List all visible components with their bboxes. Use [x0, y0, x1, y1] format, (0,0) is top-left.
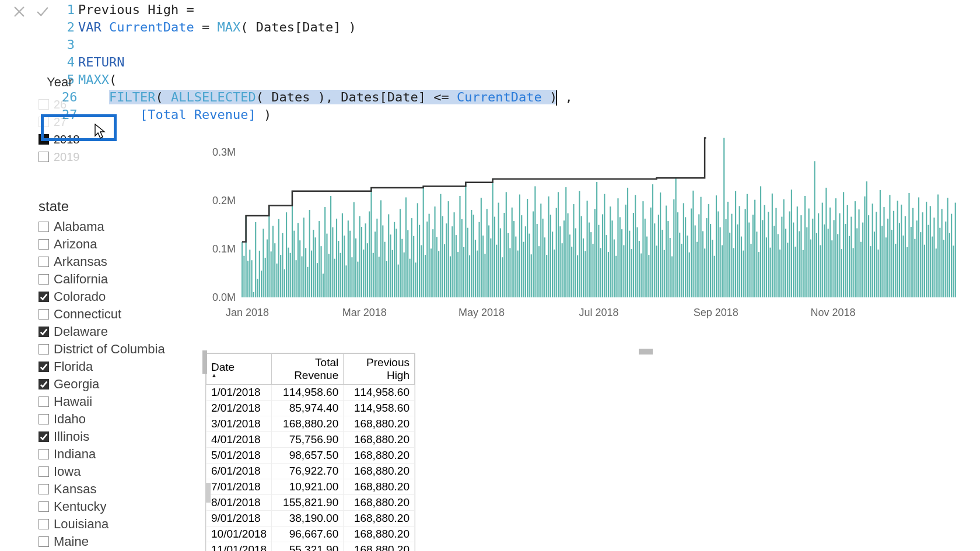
bar[interactable] [390, 234, 391, 297]
checkbox-icon[interactable] [38, 99, 49, 110]
bar[interactable] [636, 227, 638, 297]
bar[interactable] [629, 231, 630, 297]
bar[interactable] [344, 236, 345, 297]
state-option[interactable]: Arizona [38, 236, 178, 253]
bar[interactable] [521, 215, 522, 297]
bar[interactable] [262, 229, 264, 297]
bar[interactable] [255, 222, 256, 297]
bar[interactable] [706, 218, 707, 297]
bar[interactable] [303, 217, 304, 297]
bar[interactable] [379, 257, 380, 297]
bar[interactable] [930, 206, 931, 297]
bar[interactable] [450, 257, 451, 297]
bar[interactable] [825, 188, 827, 297]
bar[interactable] [912, 208, 914, 297]
bar[interactable] [247, 261, 249, 297]
bar[interactable] [471, 210, 472, 297]
bar[interactable] [552, 231, 553, 297]
bar[interactable] [623, 245, 624, 297]
bar[interactable] [423, 186, 424, 297]
bar[interactable] [589, 223, 590, 297]
state-option[interactable]: Arkansas [38, 253, 178, 271]
bar[interactable] [284, 269, 285, 297]
bar[interactable] [652, 184, 653, 297]
bar[interactable] [542, 219, 544, 297]
bar[interactable] [720, 227, 721, 297]
bar[interactable] [670, 238, 671, 297]
bar[interactable] [843, 192, 844, 297]
bar[interactable] [253, 292, 254, 297]
bar[interactable] [800, 215, 802, 297]
bar[interactable] [554, 250, 555, 297]
bar[interactable] [785, 229, 786, 297]
bar[interactable] [600, 248, 601, 297]
bar[interactable] [573, 204, 574, 297]
bar[interactable] [729, 233, 730, 297]
bar[interactable] [775, 208, 776, 297]
bar[interactable] [365, 223, 366, 297]
bar[interactable] [515, 237, 516, 297]
bar[interactable] [409, 259, 410, 297]
bar[interactable] [550, 215, 551, 297]
bar[interactable] [271, 251, 272, 297]
bar[interactable] [349, 231, 351, 297]
bar[interactable] [664, 250, 665, 297]
table-row[interactable]: 5/01/201898,657.50168,880.20 [206, 448, 415, 464]
bar[interactable] [407, 230, 408, 297]
bar[interactable] [488, 226, 489, 297]
bar[interactable] [434, 206, 435, 297]
bar[interactable] [714, 256, 715, 297]
bar[interactable] [951, 214, 952, 297]
bar[interactable] [868, 215, 869, 297]
bar[interactable] [290, 253, 291, 297]
bar[interactable] [855, 201, 856, 297]
bar[interactable] [744, 209, 746, 297]
bar[interactable] [725, 219, 726, 297]
bar[interactable] [490, 238, 491, 297]
bar[interactable] [933, 217, 935, 297]
bar[interactable] [847, 205, 848, 297]
bar[interactable] [760, 186, 761, 297]
bar[interactable] [895, 244, 896, 297]
bar[interactable] [309, 210, 310, 297]
bar[interactable] [631, 249, 632, 297]
checkbox-icon[interactable] [38, 274, 49, 285]
bar[interactable] [288, 248, 289, 297]
bar[interactable] [866, 181, 867, 297]
bar[interactable] [818, 213, 819, 297]
dax-editor[interactable]: Previous High = VAR CurrentDate = MAX( D… [78, 0, 980, 125]
bar[interactable] [922, 212, 923, 297]
bar[interactable] [324, 207, 326, 297]
bar[interactable] [508, 233, 509, 297]
bar[interactable] [330, 196, 331, 297]
commit-icon[interactable] [34, 3, 51, 20]
data-table[interactable]: Date▲Total RevenuePrevious High 1/01/201… [205, 353, 415, 551]
bar[interactable] [679, 233, 680, 297]
bar[interactable] [779, 250, 780, 297]
bar[interactable] [883, 207, 884, 297]
bar[interactable] [633, 213, 634, 297]
bar[interactable] [789, 212, 790, 297]
bar[interactable] [473, 215, 474, 297]
bar[interactable] [658, 215, 659, 297]
checkbox-icon[interactable] [38, 484, 49, 494]
bar[interactable] [594, 209, 596, 297]
bar[interactable] [673, 199, 674, 297]
checkbox-icon[interactable] [38, 396, 49, 407]
bar[interactable] [614, 240, 615, 297]
year-option[interactable]: 2019 [38, 148, 80, 166]
bar[interactable] [887, 219, 888, 297]
table-row[interactable]: 4/01/201875,756.90168,880.20 [206, 432, 415, 448]
bar[interactable] [342, 213, 343, 297]
state-option[interactable]: Hawaii [38, 393, 178, 410]
bar[interactable] [357, 262, 358, 297]
bar[interactable] [886, 237, 887, 297]
bar[interactable] [380, 200, 382, 297]
column-header[interactable]: Date▲ [206, 354, 272, 385]
bar[interactable] [907, 247, 908, 297]
table-row[interactable]: 8/01/2018155,821.90168,880.20 [206, 495, 415, 511]
state-option[interactable]: Maine [38, 533, 178, 550]
bar[interactable] [676, 178, 677, 297]
bar[interactable] [359, 216, 360, 297]
checkbox-icon[interactable] [38, 431, 49, 442]
